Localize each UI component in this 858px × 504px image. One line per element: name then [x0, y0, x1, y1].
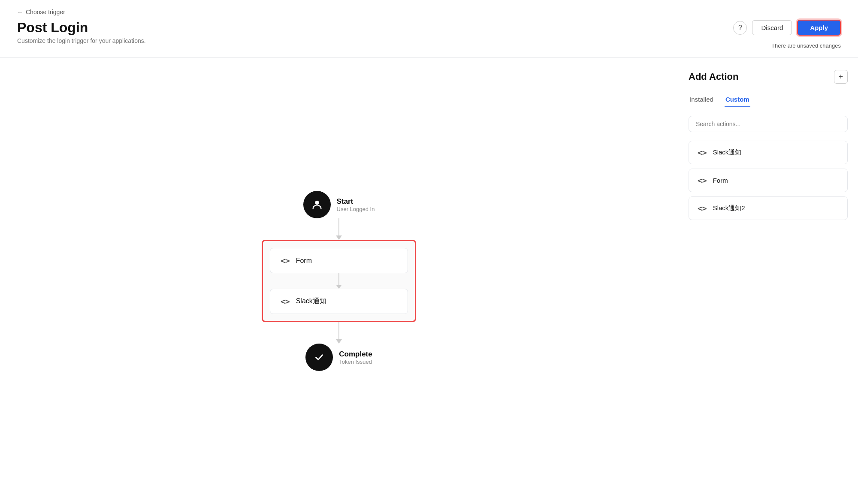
unsaved-text: There are unsaved changes — [771, 42, 841, 49]
header-buttons: ? Discard Apply — [733, 20, 841, 36]
list-item-code-icon: <> — [698, 176, 707, 185]
header-actions: ? Discard Apply There are unsaved change… — [733, 20, 841, 49]
complete-node: Complete Token Issued — [305, 344, 372, 371]
list-item-code-icon: <> — [698, 204, 707, 213]
list-item[interactable]: <> Slack通知2 — [689, 196, 848, 220]
connector-1 — [338, 218, 339, 235]
list-item-name: Form — [713, 177, 728, 184]
help-icon[interactable]: ? — [733, 21, 747, 35]
main-content: Start User Logged In <> Form <> — [0, 58, 858, 504]
discard-button[interactable]: Discard — [752, 20, 792, 35]
add-action-button[interactable]: + — [834, 70, 848, 84]
complete-title: Complete — [339, 350, 372, 359]
slack-action-card[interactable]: <> Slack通知 — [270, 289, 408, 314]
start-sub: User Logged In — [337, 206, 375, 212]
list-item[interactable]: <> Form — [689, 169, 848, 192]
form-action-card[interactable]: <> Form — [270, 248, 408, 273]
start-node: Start User Logged In — [303, 191, 375, 218]
search-input[interactable] — [689, 116, 848, 132]
header-row: Post Login Customize the login trigger f… — [17, 20, 841, 49]
complete-circle — [305, 344, 333, 371]
page-title: Post Login — [17, 20, 146, 36]
flow-container: Start User Logged In <> Form <> — [262, 191, 416, 371]
tabs: Installed Custom — [689, 92, 848, 107]
slack-code-icon: <> — [281, 297, 290, 306]
action-list: <> Slack通知 <> Form <> Slack通知2 — [689, 141, 848, 220]
start-title: Start — [337, 197, 375, 206]
connector-arrow-1 — [336, 235, 342, 240]
title-section: Post Login Customize the login trigger f… — [17, 20, 146, 44]
connector-2 — [338, 322, 339, 339]
connector-arrow-2 — [336, 339, 342, 344]
list-item[interactable]: <> Slack通知 — [689, 141, 848, 164]
page-subtitle: Customize the login trigger for your app… — [17, 37, 146, 44]
list-item-name: Slack通知2 — [713, 204, 745, 212]
sidebar-header: Add Action + — [689, 70, 848, 84]
inner-connector-arrow — [336, 285, 341, 289]
form-code-icon: <> — [281, 256, 290, 265]
list-item-name: Slack通知 — [713, 148, 742, 157]
tab-custom[interactable]: Custom — [725, 92, 750, 107]
svg-point-0 — [315, 201, 319, 205]
slack-action-name: Slack通知 — [296, 297, 326, 306]
complete-sub: Token Issued — [339, 359, 372, 365]
back-arrow-icon: ← — [17, 9, 23, 15]
canvas-area: Start User Logged In <> Form <> — [0, 58, 678, 504]
start-label: Start User Logged In — [337, 197, 375, 212]
sidebar-title: Add Action — [689, 71, 739, 82]
start-circle — [303, 191, 331, 218]
form-action-name: Form — [296, 257, 312, 265]
apply-button[interactable]: Apply — [797, 20, 841, 36]
sidebar: Add Action + Installed Custom <> Slack通知… — [678, 58, 858, 504]
back-link[interactable]: ← Choose trigger — [17, 9, 841, 15]
selected-group: <> Form <> Slack通知 — [262, 240, 416, 322]
tab-installed[interactable]: Installed — [689, 92, 714, 107]
complete-label: Complete Token Issued — [339, 350, 372, 365]
list-item-code-icon: <> — [698, 148, 707, 157]
header: ← Choose trigger Post Login Customize th… — [0, 0, 858, 58]
back-label: Choose trigger — [26, 9, 65, 15]
inner-connector — [338, 273, 339, 285]
